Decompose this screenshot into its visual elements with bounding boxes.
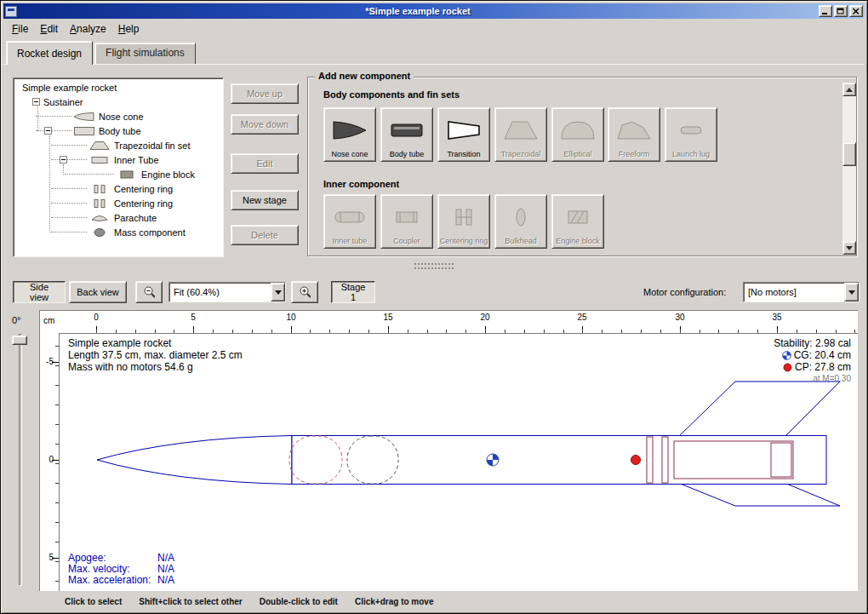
- split-pane-divider[interactable]: [3, 261, 865, 278]
- tree-connector: [51, 145, 87, 146]
- add-centering-ring-button[interactable]: Centering ring: [437, 194, 490, 249]
- tree-connector: [65, 174, 114, 175]
- tree-guide: [37, 106, 38, 131]
- velocity-value: N/A: [157, 563, 174, 575]
- add-bulkhead-button[interactable]: Bulkhead: [494, 194, 547, 249]
- motor-configuration-select[interactable]: [No motors]: [743, 282, 859, 302]
- scroll-up-button[interactable]: [842, 83, 856, 96]
- add-nose-cone-button[interactable]: Nose cone: [323, 107, 376, 162]
- splitter-grip-icon: [414, 263, 454, 265]
- zoom-out-button[interactable]: [135, 281, 163, 303]
- mass-component-icon: [89, 227, 111, 238]
- add-freeform-fin-button[interactable]: Freeform: [608, 107, 660, 162]
- add-coupler-button[interactable]: Coupler: [380, 194, 433, 249]
- fin-set-icon: [89, 141, 111, 151]
- coupler-icon: [388, 198, 425, 237]
- zoom-select[interactable]: Fit (60.4%): [168, 282, 286, 302]
- close-button[interactable]: [849, 5, 863, 17]
- tree-item-nose-cone[interactable]: Nose cone: [15, 109, 223, 123]
- tree-item-body-tube[interactable]: Body tube: [15, 123, 223, 138]
- zoom-value: Fit (60.4%): [169, 287, 271, 297]
- component-panel-scrollbar[interactable]: [842, 83, 856, 255]
- dropdown-arrow-icon[interactable]: [271, 283, 285, 301]
- menu-help[interactable]: Help: [112, 20, 146, 37]
- tree-expander-icon[interactable]: [44, 127, 52, 135]
- tree-item-centering-ring-1[interactable]: Centering ring: [15, 181, 223, 196]
- rocket-mass: Mass with no motors 54.6 g: [68, 361, 243, 373]
- maximize-button[interactable]: [834, 5, 848, 17]
- app-icon[interactable]: [5, 6, 17, 17]
- stability-value: Stability: 2.98 cal: [774, 337, 851, 349]
- tree-item-mass-component[interactable]: Mass component: [15, 225, 223, 239]
- titlebar: *Simple example rocket: [3, 3, 865, 19]
- tree-connector: [52, 130, 71, 131]
- tree-connector: [51, 203, 87, 204]
- tab-rocket-design[interactable]: Rocket design: [6, 41, 93, 65]
- hint-drag: Click+drag to move: [355, 597, 434, 606]
- new-stage-button[interactable]: New stage: [231, 190, 299, 210]
- body-tube-icon: [388, 111, 425, 150]
- component-tree: Simple example rocket Sustainer Nose con…: [13, 77, 224, 257]
- rocket-dimensions: Length 37.5 cm, max. diameter 2.5 cm: [68, 349, 243, 361]
- tree-connector: [51, 217, 87, 218]
- window-title: *Simple example rocket: [17, 6, 819, 16]
- menu-file[interactable]: File: [6, 20, 34, 37]
- side-view-toggle[interactable]: Side view: [13, 281, 66, 303]
- tree-item-parachute[interactable]: Parachute: [15, 210, 223, 225]
- edit-button[interactable]: Edit: [231, 153, 299, 174]
- horizontal-ruler: 0 5 10 15 20 25 30 35: [59, 311, 858, 333]
- scrollbar-thumb[interactable]: [842, 142, 856, 166]
- hint-double-click: Double-click to edit: [260, 597, 338, 606]
- rocket-canvas[interactable]: Simple example rocket Length 37.5 cm, ma…: [59, 333, 858, 591]
- zoom-in-button[interactable]: [291, 281, 318, 303]
- tree-item-fin-set[interactable]: Trapezoidal fin set: [15, 138, 223, 152]
- cp-marker: [631, 456, 641, 465]
- trapezoidal-fin-icon: [502, 111, 540, 150]
- scroll-down-button[interactable]: [842, 241, 856, 255]
- tree-item-rocket[interactable]: Simple example rocket: [15, 80, 223, 95]
- delete-button[interactable]: Delete: [231, 225, 299, 245]
- tree-expander-icon[interactable]: [60, 156, 67, 164]
- tree-item-sustainer[interactable]: Sustainer: [15, 95, 223, 109]
- body-components-label: Body components and fin sets: [323, 89, 460, 100]
- move-down-button[interactable]: Move down: [231, 114, 299, 135]
- add-component-title: Add new component: [315, 71, 414, 81]
- tree-connector: [36, 116, 71, 117]
- add-engine-block-button[interactable]: Engine block: [551, 194, 604, 249]
- rotation-angle-label: 0°: [12, 315, 21, 325]
- add-transition-button[interactable]: Transition: [437, 107, 490, 162]
- fin-top[interactable]: [678, 382, 840, 437]
- elliptical-fin-icon: [559, 111, 597, 150]
- tree-connector: [51, 188, 87, 189]
- add-elliptical-fin-button[interactable]: Elliptical: [551, 107, 604, 162]
- add-launch-lug-button[interactable]: Launch lug: [665, 107, 717, 162]
- add-component-panel: Add new component Body components and fi…: [307, 77, 857, 256]
- simulation-summary: Apogee:N/A Max. velocity:N/A Max. accele…: [68, 553, 174, 586]
- body-tube-icon: [73, 126, 95, 136]
- tree-item-engine-block[interactable]: Engine block: [15, 167, 223, 181]
- dropdown-arrow-icon[interactable]: [844, 283, 859, 301]
- tree-item-inner-tube[interactable]: Inner Tube: [15, 152, 223, 167]
- menu-edit[interactable]: Edit: [34, 20, 64, 37]
- move-up-button[interactable]: Move up: [231, 83, 299, 104]
- acceleration-value: N/A: [157, 574, 174, 586]
- nose-cone-icon: [73, 112, 95, 122]
- minimize-button[interactable]: [819, 5, 832, 17]
- tree-expander-icon[interactable]: [32, 98, 40, 106]
- nose-cone-outline[interactable]: [97, 436, 292, 485]
- cg-marker: [487, 454, 499, 466]
- tab-flight-simulations[interactable]: Flight simulations: [94, 43, 196, 64]
- back-view-toggle[interactable]: Back view: [69, 281, 127, 303]
- tree-item-centering-ring-2[interactable]: Centering ring: [15, 196, 223, 210]
- stage-1-toggle[interactable]: Stage 1: [331, 281, 375, 303]
- menu-analyze[interactable]: Analyze: [64, 20, 112, 37]
- add-body-tube-button[interactable]: Body tube: [380, 107, 433, 162]
- body-tube-outline[interactable]: [292, 436, 826, 485]
- rotation-slider-handle[interactable]: [12, 336, 27, 345]
- add-trapezoidal-fin-button[interactable]: Trapezoidal: [494, 107, 547, 162]
- add-inner-tube-button[interactable]: Inner tube: [323, 194, 376, 249]
- rotation-slider-track[interactable]: [19, 334, 22, 586]
- rocket-figure-panel: cm 0 5 10 15 20 25 30 35 -5 0 5: [39, 310, 858, 591]
- fin-bottom[interactable]: [678, 483, 840, 506]
- engine-block-icon: [559, 198, 597, 237]
